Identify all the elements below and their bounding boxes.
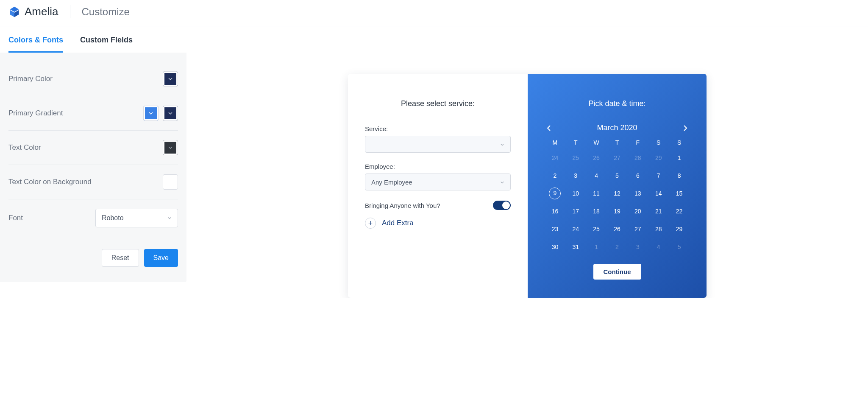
calendar-dow: S [669,139,690,146]
calendar-day[interactable]: 31 [570,241,581,253]
calendar-dow: W [586,139,607,146]
calendar-dow: S [648,139,669,146]
chevron-down-icon [167,214,172,222]
calendar-prev[interactable] [545,125,553,132]
calendar-day[interactable]: 7 [653,170,665,182]
label-font: Font [8,214,23,222]
reset-button[interactable]: Reset [102,249,139,267]
calendar-day[interactable]: 22 [673,205,685,217]
calendar-next[interactable] [681,125,690,132]
employee-label: Employee: [365,163,511,170]
font-select-value: Roboto [102,214,124,222]
preview-left-pane: Please select service: Service: Employee… [348,74,528,298]
calendar-day[interactable]: 29 [673,223,685,235]
service-select[interactable] [365,136,511,153]
brand-block: Amelia [8,5,70,18]
calendar-day: 5 [673,241,685,253]
calendar-day[interactable]: 3 [570,170,581,182]
calendar-day[interactable]: 23 [549,223,561,235]
calendar-day[interactable]: 9 [549,188,561,199]
calendar-day: 26 [590,152,602,164]
brand-name: Amelia [25,5,58,18]
row-font: Font Roboto [8,199,178,237]
employee-select-value: Any Employee [371,179,412,186]
calendar-day: 1 [590,241,602,253]
save-button[interactable]: Save [144,249,178,267]
calendar-day[interactable]: 26 [611,223,623,235]
calendar-day[interactable]: 6 [632,170,644,182]
calendar-day[interactable]: 10 [570,188,581,199]
calendar-day[interactable]: 28 [653,223,665,235]
add-extra-button[interactable]: + Add Extra [365,218,511,229]
employee-select[interactable]: Any Employee [365,174,511,190]
tab-custom-fields[interactable]: Custom Fields [80,36,133,53]
settings-panel: Primary Color Primary Gradient Text Colo… [0,53,186,282]
calendar-day[interactable]: 21 [653,205,665,217]
calendar-dow: M [545,139,565,146]
calendar-month: March 2020 [597,123,637,132]
row-primary-color: Primary Color [8,62,178,96]
calendar-day[interactable]: 11 [590,188,602,199]
calendar-day[interactable]: 15 [673,188,685,199]
continue-button[interactable]: Continue [593,264,641,280]
calendar-day[interactable]: 5 [611,170,623,182]
row-text-color: Text Color [8,131,178,165]
plus-icon: + [365,218,376,229]
calendar-day[interactable]: 8 [673,170,685,182]
row-text-on-bg: Text Color on Background [8,165,178,199]
calendar-dow: T [565,139,586,146]
add-extra-label: Add Extra [382,219,414,227]
calendar-day[interactable]: 27 [632,223,644,235]
calendar-day[interactable]: 16 [549,205,561,217]
font-select[interactable]: Roboto [95,209,178,227]
calendar-day[interactable]: 25 [590,223,602,235]
calendar-day[interactable]: 19 [611,205,623,217]
calendar-day: 4 [653,241,665,253]
calendar-day: 24 [549,152,561,164]
preview-date-title: Pick date & time: [545,99,690,108]
service-label: Service: [365,125,511,132]
swatch-gradient-from[interactable] [143,106,159,121]
swatch-text-on-bg[interactable] [163,174,178,190]
row-primary-gradient: Primary Gradient [8,96,178,131]
label-text-on-bg: Text Color on Background [8,178,92,186]
label-primary-gradient: Primary Gradient [8,109,63,118]
swatch-gradient-to[interactable] [163,106,178,121]
bringing-toggle[interactable] [493,201,511,210]
calendar-day[interactable]: 2 [549,170,561,182]
swatch-text-color[interactable] [163,140,178,155]
calendar-day[interactable]: 17 [570,205,581,217]
label-primary-color: Primary Color [8,75,53,83]
chevron-down-icon [500,141,504,148]
calendar-day[interactable]: 30 [549,241,561,253]
tab-colors-fonts[interactable]: Colors & Fonts [8,36,63,53]
swatch-primary-color[interactable] [163,71,178,87]
preview-card: Please select service: Service: Employee… [348,74,707,298]
calendar-day: 29 [653,152,665,164]
calendar-day: 28 [632,152,644,164]
calendar-day[interactable]: 24 [570,223,581,235]
calendar-grid: MTWTFSS242526272829123456789101112131415… [545,139,690,253]
calendar-day[interactable]: 12 [611,188,623,199]
calendar-day[interactable]: 1 [673,152,685,164]
page-title: Customize [81,6,129,18]
calendar-day: 2 [611,241,623,253]
calendar-day: 3 [632,241,644,253]
calendar-day[interactable]: 14 [653,188,665,199]
calendar-day[interactable]: 18 [590,205,602,217]
preview-right-pane: Pick date & time: March 2020 MTWTFSS2425… [528,74,707,298]
calendar-day[interactable]: 20 [632,205,644,217]
bringing-toggle-row: Bringing Anyone with You? [365,201,511,210]
calendar-dow: F [627,139,648,146]
preview-area: Please select service: Service: Employee… [186,53,868,298]
app-header: Amelia Customize [0,0,868,26]
calendar-day[interactable]: 4 [590,170,602,182]
brand-logo-icon [8,6,20,18]
calendar-day[interactable]: 13 [632,188,644,199]
calendar-dow: T [607,139,628,146]
bringing-label: Bringing Anyone with You? [365,202,440,209]
preview-service-title: Please select service: [365,99,511,108]
calendar-day: 27 [611,152,623,164]
calendar-day: 25 [570,152,581,164]
chevron-down-icon [500,179,504,186]
